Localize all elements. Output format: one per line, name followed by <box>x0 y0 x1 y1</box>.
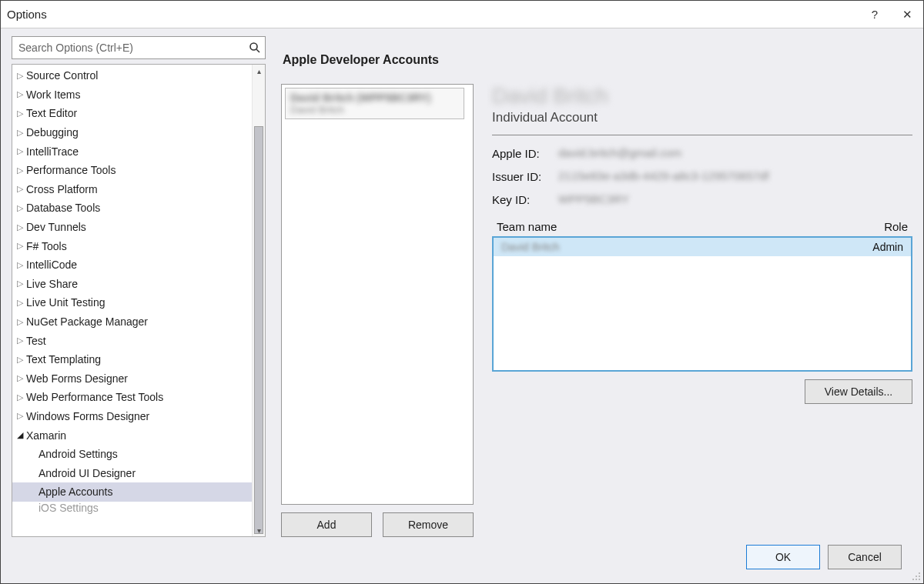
tree-item-label: F# Tools <box>26 240 67 252</box>
scroll-down-icon[interactable]: ▾ <box>253 524 265 536</box>
tree-item-label: iOS Settings <box>38 502 99 514</box>
tree-item[interactable]: ▷Web Performance Test Tools <box>12 388 252 407</box>
tree-item[interactable]: ▷Live Share <box>12 275 252 294</box>
window-title: Options <box>7 8 47 21</box>
tree-item-label: Work Items <box>26 88 81 101</box>
team-table: David Britch Admin <box>492 236 912 372</box>
tree-item-label: Web Performance Test Tools <box>26 391 163 403</box>
remove-button[interactable]: Remove <box>383 512 474 537</box>
tree-item[interactable]: ▷Dev Tunnels <box>12 218 252 237</box>
account-item-subtitle: David Britch <box>290 104 459 115</box>
chevron-right-icon[interactable]: ▷ <box>15 317 25 327</box>
ok-button[interactable]: OK <box>746 545 820 569</box>
chevron-right-icon[interactable]: ▷ <box>15 298 25 308</box>
accounts-column: David Britch (WPP5BC3RY) David Britch Ad… <box>281 84 474 537</box>
chevron-right-icon[interactable]: ▷ <box>15 128 25 138</box>
detail-row: Issuer ID:2115e83e-a3db-4429-a8c3-129570… <box>492 169 912 183</box>
tree-item-label: Apple Accounts <box>38 486 113 498</box>
team-row[interactable]: David Britch Admin <box>494 238 911 256</box>
chevron-right-icon[interactable]: ▷ <box>15 373 25 383</box>
tree-item[interactable]: ▷IntelliCode <box>12 255 252 275</box>
account-item[interactable]: David Britch (WPP5BC3RY) David Britch <box>285 88 464 119</box>
chevron-right-icon[interactable]: ▷ <box>15 411 25 421</box>
detail-label: Apple ID: <box>492 147 549 160</box>
search-wrap <box>12 36 266 59</box>
tree-item[interactable]: ▷Test <box>12 331 252 350</box>
tree-item[interactable]: ▷Text Editor <box>12 104 252 123</box>
tree-item[interactable]: ▷IntelliTrace <box>12 142 252 161</box>
chevron-right-icon[interactable]: ▷ <box>15 71 25 81</box>
tree-item[interactable]: ▷Cross Platform <box>12 180 252 199</box>
tree-item-label: Android Settings <box>38 448 118 460</box>
cancel-button[interactable]: Cancel <box>828 545 902 569</box>
resize-grip-icon[interactable] <box>912 572 921 581</box>
tree-item[interactable]: ▷Performance Tools <box>12 161 252 180</box>
chevron-right-icon[interactable]: ▷ <box>15 184 25 194</box>
tree-item-label: Text Templating <box>26 353 101 365</box>
dialog-body: ▷Source Control▷Work Items▷Text Editor▷D… <box>1 28 923 583</box>
chevron-right-icon[interactable]: ▷ <box>15 335 25 345</box>
tree-item-label: Performance Tools <box>26 164 116 176</box>
tree-item[interactable]: ▷Windows Forms Designer <box>12 407 252 426</box>
svg-line-1 <box>256 49 259 52</box>
tree-scrollbar[interactable]: ▴ ▾ <box>252 65 265 536</box>
tree-item[interactable]: ▷Live Unit Testing <box>12 293 252 312</box>
tree-item[interactable]: ▷Debugging <box>12 123 252 142</box>
help-icon[interactable]: ? <box>867 8 882 22</box>
chevron-right-icon[interactable]: ▷ <box>15 279 25 289</box>
view-details-row: View Details... <box>492 379 912 404</box>
chevron-right-icon[interactable]: ▷ <box>15 165 25 175</box>
options-dialog: Options ? ✕ ▷Source Control▷Work Items▷T… <box>0 0 924 584</box>
chevron-right-icon[interactable]: ▷ <box>15 355 25 365</box>
column-team-name: Team name <box>497 220 884 233</box>
chevron-right-icon[interactable]: ▷ <box>15 392 25 402</box>
search-icon <box>249 42 261 54</box>
tree-item[interactable]: ▷Web Forms Designer <box>12 369 252 389</box>
tree-item-label: Source Control <box>26 69 98 82</box>
tree-item[interactable]: Android UI Designer <box>12 463 252 482</box>
tree-item[interactable]: ▷NuGet Package Manager <box>12 312 252 332</box>
tree-item-label: NuGet Package Manager <box>26 315 148 328</box>
tree-item[interactable]: ▷Text Templating <box>12 350 252 369</box>
close-icon[interactable]: ✕ <box>898 8 917 22</box>
chevron-right-icon[interactable]: ▷ <box>15 241 25 251</box>
account-name: David Britch <box>492 84 912 108</box>
account-item-title: David Britch (WPP5BC3RY) <box>290 92 459 104</box>
tree-item[interactable]: ▷F# Tools <box>12 236 252 255</box>
add-button[interactable]: Add <box>281 512 372 537</box>
tree-item-label: Test <box>26 335 46 347</box>
account-detail: David Britch Individual Account Apple ID… <box>492 84 912 537</box>
detail-row: Key ID:WPP5BC3RY <box>492 192 912 206</box>
tree-item[interactable]: ◢Xamarin <box>12 425 252 445</box>
tree-item[interactable]: ▷Database Tools <box>12 199 252 218</box>
tree-item[interactable]: ▷Source Control <box>12 66 252 85</box>
search-input[interactable] <box>12 36 266 59</box>
chevron-right-icon[interactable]: ▷ <box>15 203 25 213</box>
tree-item-label: Xamarin <box>26 429 66 442</box>
view-details-button[interactable]: View Details... <box>805 379 912 404</box>
chevron-right-icon[interactable]: ▷ <box>15 146 25 156</box>
main-row: ▷Source Control▷Work Items▷Text Editor▷D… <box>12 36 912 537</box>
chevron-down-icon[interactable]: ◢ <box>15 430 25 440</box>
tree-item[interactable]: Apple Accounts <box>12 482 252 502</box>
column-role: Role <box>884 220 908 233</box>
sidebar: ▷Source Control▷Work Items▷Text Editor▷D… <box>12 36 266 537</box>
chevron-right-icon[interactable]: ▷ <box>15 260 25 270</box>
tree-item-label: Dev Tunnels <box>26 221 86 233</box>
content-row: David Britch (WPP5BC3RY) David Britch Ad… <box>281 84 912 537</box>
team-name-cell: David Britch <box>501 241 872 253</box>
tree-item[interactable]: Android Settings <box>12 445 252 464</box>
scroll-thumb[interactable] <box>254 126 263 534</box>
tree-item[interactable]: ▷Work Items <box>12 85 252 105</box>
chevron-right-icon[interactable]: ▷ <box>15 89 25 99</box>
account-buttons: Add Remove <box>281 512 474 537</box>
tree-item-label: Live Share <box>26 278 78 290</box>
detail-value: david.britch@gmail.com <box>558 146 912 160</box>
tree-item-label: Web Forms Designer <box>26 372 128 385</box>
scroll-up-icon[interactable]: ▴ <box>253 65 265 77</box>
account-type: Individual Account <box>492 110 912 125</box>
tree-item-label: Database Tools <box>26 202 100 214</box>
chevron-right-icon[interactable]: ▷ <box>15 108 25 118</box>
chevron-right-icon[interactable]: ▷ <box>15 222 25 232</box>
tree-item-label: Windows Forms Designer <box>26 410 149 422</box>
